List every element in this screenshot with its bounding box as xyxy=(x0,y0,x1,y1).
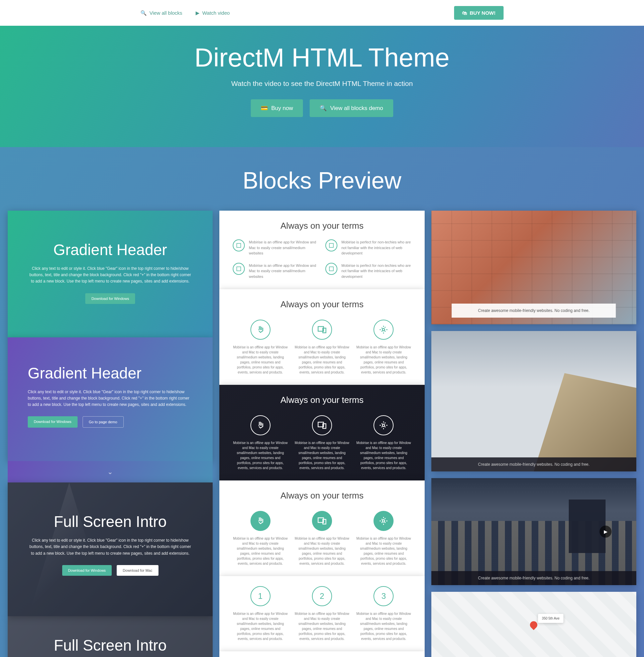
gradient2-title: Gradient Header xyxy=(28,364,192,382)
gear-icon xyxy=(373,511,394,531)
feature-text: Mobirise is an offline app for Window an… xyxy=(249,263,319,280)
svg-point-9 xyxy=(383,424,385,427)
gradient2-desc: Click any text to edit or style it. Clic… xyxy=(28,389,192,408)
building-image xyxy=(431,331,636,471)
col-2: Always on your terms Mobirise is an offl… xyxy=(220,211,424,657)
gradient-header-1[interactable]: Gradient Header Click any text to edit o… xyxy=(8,211,213,337)
features-3col-dark[interactable]: Always on your terms Mobirise is an offl… xyxy=(220,385,424,480)
features-3col-numbers-solid[interactable]: 1 2 3 xyxy=(220,651,424,657)
svg-point-6 xyxy=(383,329,385,331)
gradient2-buttons: Download for Windows Go to page demo xyxy=(28,416,192,428)
arrow-down-icon: ⌄ xyxy=(8,461,213,483)
hero-blocks-button[interactable]: 🔍 View all blocks demo xyxy=(309,99,393,117)
features-title: Always on your terms xyxy=(233,395,411,405)
features-3col-solid[interactable]: Always on your terms Mobirise is an offl… xyxy=(220,480,424,576)
box-icon xyxy=(233,239,245,252)
feature-text: Mobirise is an offline app for Window an… xyxy=(233,345,288,375)
search-icon: 🔍 xyxy=(140,10,147,16)
map-address: 350 5th Ave xyxy=(538,614,564,623)
feature-item: Mobirise is an offline app for Window an… xyxy=(356,320,411,375)
intro1-desc: Click any text to edit or style it. Clic… xyxy=(28,537,192,557)
box-icon xyxy=(233,263,245,275)
feature-item: Mobirise is an offline app for Window an… xyxy=(233,263,319,280)
view-all-blocks-link[interactable]: 🔍 View all blocks xyxy=(140,10,182,16)
features-3col-numbers[interactable]: 1Mobirise is an offline app for Window a… xyxy=(220,576,424,651)
feature-item: Mobirise is perfect for non-techies who … xyxy=(325,239,411,256)
devices-icon xyxy=(312,511,332,531)
watch-video-link[interactable]: ▶ Watch video xyxy=(196,10,230,16)
touch-icon xyxy=(250,320,271,340)
feature-text: Mobirise is an offline app for Window an… xyxy=(295,345,349,375)
image-card-1[interactable]: Create awesome mobile-friendly websites.… xyxy=(431,211,636,324)
intro1-title: Full Screen Intro xyxy=(28,513,192,531)
svg-point-12 xyxy=(383,520,385,522)
bag-icon: 🛍 xyxy=(462,10,467,16)
features3-grid: Mobirise is an offline app for Window an… xyxy=(233,511,411,566)
fullscreen-intro-2[interactable]: Full Screen Intro Click any text to edit… xyxy=(8,616,213,657)
gear-icon xyxy=(373,415,394,435)
buy-now-button[interactable]: 🛍 BUY NOW! xyxy=(454,6,504,20)
feature-text: Mobirise is perfect for non-techies who … xyxy=(341,263,411,280)
box-icon xyxy=(325,263,337,275)
feature-item: Mobirise is an offline app for Window an… xyxy=(233,415,288,470)
feature-item: 1Mobirise is an offline app for Window a… xyxy=(233,586,288,641)
hero-buy-button[interactable]: 💳 Buy now xyxy=(251,99,303,117)
feature-item: Mobirise is an offline app for Window an… xyxy=(233,239,319,256)
devices-icon xyxy=(312,320,332,340)
features-title: Always on your terms xyxy=(233,491,411,501)
image-card-2[interactable]: Create awesome mobile-friendly websites.… xyxy=(431,331,636,471)
go-demo-button[interactable]: Go to page demo xyxy=(83,416,124,428)
number-icon: 1 xyxy=(250,586,271,606)
play-icon[interactable]: ▶ xyxy=(600,525,612,538)
feature-item: Mobirise is an offline app for Window an… xyxy=(356,511,411,566)
features3-grid: 1Mobirise is an offline app for Window a… xyxy=(233,586,411,641)
gradient1-title: Gradient Header xyxy=(28,241,192,259)
feature-text: Mobirise is an offline app for Window an… xyxy=(295,611,349,641)
svg-rect-3 xyxy=(329,267,334,271)
number-icon: 2 xyxy=(312,586,332,606)
download-windows-button[interactable]: Download for Windows xyxy=(62,565,112,576)
feature-item: 2Mobirise is an offline app for Window a… xyxy=(295,586,349,641)
gradient1-desc: Click any text to edit or style it. Clic… xyxy=(28,265,192,285)
topbar-left: 🔍 View all blocks ▶ Watch video xyxy=(140,10,230,16)
features-2x2[interactable]: Always on your terms Mobirise is an offl… xyxy=(220,211,424,289)
intro2-title: Full Screen Intro xyxy=(28,636,192,654)
feature-item: Mobirise is an offline app for Window an… xyxy=(356,415,411,470)
video-card[interactable]: ▶ Create awesome mobile-friendly website… xyxy=(431,478,636,585)
download-windows-button[interactable]: Download for Windows xyxy=(28,416,77,428)
svg-rect-0 xyxy=(237,243,241,248)
preview-grid: Gradient Header Click any text to edit o… xyxy=(8,211,636,657)
features-title: Always on your terms xyxy=(233,221,411,231)
col-3: Create awesome mobile-friendly websites.… xyxy=(431,211,636,657)
gradient-header-2[interactable]: Gradient Header Click any text to edit o… xyxy=(8,337,213,462)
download-mac-button[interactable]: Download for Mac xyxy=(117,565,159,576)
feature-text: Mobirise is an offline app for Window an… xyxy=(233,536,288,566)
feature-text: Mobirise is an offline app for Window an… xyxy=(295,536,349,566)
touch-icon xyxy=(250,415,271,435)
hero-section: DirectM HTML Theme Watch the video to se… xyxy=(0,26,644,147)
feature-text: Mobirise is an offline app for Window an… xyxy=(356,440,411,470)
hero-subtitle: Watch the video to see the DirectM HTML … xyxy=(7,79,637,88)
image-caption: Create awesome mobile-friendly websites.… xyxy=(452,304,616,318)
number-icon: 3 xyxy=(373,586,394,606)
gradient1-buttons: Download for Windows xyxy=(28,293,192,304)
fullscreen-intro-1[interactable]: Full Screen Intro Click any text to edit… xyxy=(8,483,213,616)
box-icon xyxy=(325,239,337,252)
features-3col-outline[interactable]: Always on your terms Mobirise is an offl… xyxy=(220,289,424,385)
features-grid: Mobirise is an offline app for Window an… xyxy=(233,239,411,279)
gear-icon xyxy=(373,320,394,340)
download-windows-button[interactable]: Download for Windows xyxy=(85,293,135,304)
svg-rect-2 xyxy=(237,267,241,271)
feature-text: Mobirise is an offline app for Window an… xyxy=(295,440,349,470)
feature-item: Mobirise is an offline app for Window an… xyxy=(295,511,349,566)
feature-text: Mobirise is an offline app for Window an… xyxy=(356,536,411,566)
hero-title: DirectM HTML Theme xyxy=(7,43,637,73)
image-caption: Create awesome mobile-friendly websites.… xyxy=(431,457,636,471)
video-icon: ▶ xyxy=(196,10,200,16)
map-pin-icon xyxy=(529,619,539,630)
touch-icon xyxy=(250,511,271,531)
feature-text: Mobirise is an offline app for Window an… xyxy=(356,611,411,641)
map-card[interactable]: 350 5th Ave Street View Get Directions S… xyxy=(431,592,636,657)
cityscape-image: ▶ xyxy=(431,478,636,585)
features3-grid: Mobirise is an offline app for Window an… xyxy=(233,320,411,375)
